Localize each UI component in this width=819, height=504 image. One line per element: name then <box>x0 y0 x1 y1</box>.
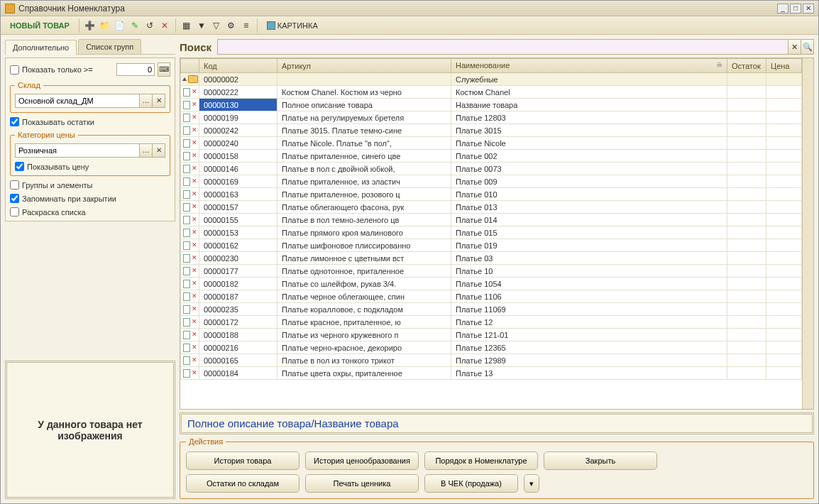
table-row[interactable]: 00000177 Платье однотонное, приталенное … <box>181 265 802 278</box>
settings-icon[interactable]: ⚙ <box>225 19 238 32</box>
actions-fieldset: Действия История товара История ценообра… <box>180 437 814 499</box>
table-row[interactable]: 00000163 Платье приталенное, розового ц … <box>181 188 802 201</box>
show-price-checkbox[interactable] <box>15 162 24 171</box>
coloring-label: Раскраска списка <box>22 208 86 217</box>
price-cat-combo[interactable]: … ✕ <box>15 143 165 158</box>
refresh-icon[interactable]: ↺ <box>143 19 156 32</box>
maximize-button[interactable]: □ <box>790 4 801 13</box>
list-icon[interactable]: ≡ <box>240 19 253 32</box>
table-row[interactable]: 00000172 Платье красное, приталенное, ю … <box>181 316 802 329</box>
table-row[interactable]: 00000230 Платье лимонное с цветными вст … <box>181 252 802 265</box>
table-row[interactable]: 00000002Служебные <box>181 73 802 86</box>
warehouse-fieldset: Склад … ✕ <box>10 81 170 113</box>
copy-icon[interactable]: 📄 <box>114 19 126 32</box>
col-balance[interactable]: Остаток <box>727 59 766 73</box>
table-row[interactable]: 00000157 Платье облегающего фасона, рук … <box>181 201 802 214</box>
table-row[interactable]: 00000155 Платье в пол темно-зеленого цв … <box>181 214 802 226</box>
table-row[interactable]: 00000199 Платье на регулируемых бретеля … <box>181 111 802 124</box>
funnel-icon[interactable]: ▼ <box>195 19 208 32</box>
table-row[interactable]: 00000162 Платье шифоновое плиссированно … <box>181 239 802 252</box>
search-input-wrap: ✕ 🔍 <box>217 39 814 55</box>
table-row[interactable]: 00000222 Костюм Chanel. Костюм из черно … <box>181 86 802 99</box>
window-title: Справочник Номенклатура <box>18 4 125 13</box>
show-balances-label: Показывать остатки <box>22 118 94 126</box>
show-only-gte-checkbox[interactable] <box>10 65 19 75</box>
price-history-button[interactable]: История ценообразования <box>305 451 419 470</box>
search-row: Поиск ✕ 🔍 <box>180 39 814 55</box>
table-row[interactable]: 00000130 Полное описание товара Название… <box>181 99 802 111</box>
titlebar: Справочник Номенклатура _ □ ✕ <box>1 1 818 16</box>
warehouse-legend: Склад <box>15 81 43 89</box>
edit-icon[interactable]: ✎ <box>128 19 141 32</box>
col-icon[interactable] <box>181 59 199 73</box>
order-in-nomenclature-button[interactable]: Порядок в Номенклатуре <box>424 451 538 470</box>
filter-panel: Показать только >= ⌨ Склад … ✕ Показыват… <box>5 57 175 221</box>
table-row[interactable]: 00000182 Платье со шлейфом, рукав 3/4. П… <box>181 278 802 290</box>
table-row[interactable]: 00000184 Платье цвета охры, приталенное … <box>181 367 802 380</box>
search-icon[interactable]: 🔍 <box>801 40 813 54</box>
main-window: Справочник Номенклатура _ □ ✕ НОВЫЙ ТОВА… <box>0 0 819 504</box>
to-check-button[interactable]: В ЧЕК (продажа) <box>424 474 518 493</box>
coloring-checkbox[interactable] <box>10 207 19 217</box>
price-category-fieldset: Категория цены … ✕ Показывать цену <box>10 131 170 176</box>
table-row[interactable]: 00000235 Платье коралловое, с подкладом … <box>181 303 802 316</box>
search-clear-icon[interactable]: ✕ <box>788 40 801 54</box>
sort-icon: ≞ <box>716 61 722 70</box>
table-row[interactable]: 00000169 Платье приталенное, из эластич … <box>181 175 802 188</box>
filter-icon[interactable]: ▦ <box>180 19 193 32</box>
col-article[interactable]: Артикул <box>277 59 451 73</box>
warehouse-input[interactable] <box>16 97 139 105</box>
table-row[interactable]: 00000242 Платье 3015. Платье темно-сине … <box>181 124 802 137</box>
show-only-gte-label: Показать только >= <box>22 65 93 74</box>
add-folder-icon[interactable]: 📁 <box>99 19 111 32</box>
tab-additional[interactable]: Дополнительно <box>5 40 77 55</box>
delete-icon[interactable]: ✕ <box>158 19 171 32</box>
app-icon <box>5 4 15 13</box>
grid-wrap: Код Артикул Наименование≞ Остаток Цена 0… <box>180 57 814 410</box>
to-check-dropdown-icon[interactable]: ▾ <box>524 474 539 493</box>
new-item-button[interactable]: НОВЫЙ ТОВАР <box>5 19 75 32</box>
remember-on-close-checkbox[interactable] <box>10 194 19 203</box>
left-pane: Дополнительно Список групп Показать толь… <box>5 39 175 499</box>
detail-title: Полное описание товара/Название товара <box>180 412 814 434</box>
groups-elements-label: Группы и элементы <box>22 181 93 190</box>
table-row[interactable]: 00000240 Платье Nicole. Платье "в пол", … <box>181 137 802 150</box>
table-row[interactable]: 00000153 Платье прямого кроя малинового … <box>181 226 802 239</box>
table-row[interactable]: 00000165 Платье в пол из тонкого трикот … <box>181 354 802 367</box>
picture-icon <box>267 21 275 30</box>
warehouse-clear-icon[interactable]: ✕ <box>152 94 165 107</box>
table-row[interactable]: 00000216 Платье черно-красное, декориро … <box>181 341 802 354</box>
item-history-button[interactable]: История товара <box>186 451 299 470</box>
side-tabs: Дополнительно Список групп <box>5 39 175 55</box>
price-cat-clear-icon[interactable]: ✕ <box>152 144 165 157</box>
calc-icon[interactable]: ⌨ <box>158 63 170 76</box>
print-price-tag-button[interactable]: Печать ценника <box>305 474 419 493</box>
table-row[interactable]: 00000187 Платье черное облегающее, спин … <box>181 290 802 303</box>
warehouse-combo[interactable]: … ✕ <box>15 94 165 108</box>
minimize-button[interactable]: _ <box>777 4 788 13</box>
col-code[interactable]: Код <box>199 59 277 73</box>
close-button[interactable]: ✕ <box>803 4 814 13</box>
show-only-value-input[interactable] <box>116 63 155 76</box>
show-balances-checkbox[interactable] <box>10 117 19 126</box>
price-cat-legend: Категория цены <box>15 131 78 139</box>
add-icon[interactable]: ➕ <box>84 19 97 32</box>
table-row[interactable]: 00000188 Платье из черного кружевного п … <box>181 329 802 341</box>
price-cat-input[interactable] <box>16 146 139 155</box>
price-cat-select-icon[interactable]: … <box>139 144 152 157</box>
search-input[interactable] <box>218 42 788 52</box>
close-action-button[interactable]: Закрыть <box>544 451 657 470</box>
groups-elements-checkbox[interactable] <box>10 180 19 190</box>
col-name[interactable]: Наименование≞ <box>451 59 727 73</box>
warehouse-select-icon[interactable]: … <box>139 94 152 107</box>
picture-button[interactable]: КАРТИНКА <box>262 19 323 32</box>
col-price[interactable]: Цена <box>766 59 802 73</box>
table-row[interactable]: 00000146 Платье в пол с двойной юбкой, П… <box>181 163 802 175</box>
search-label: Поиск <box>180 41 211 53</box>
funnel-off-icon[interactable]: ▽ <box>210 19 223 32</box>
items-grid[interactable]: Код Артикул Наименование≞ Остаток Цена 0… <box>180 58 802 409</box>
grid-scrollbar[interactable] <box>802 58 813 409</box>
stock-by-warehouse-button[interactable]: Остатки по складам <box>186 474 299 493</box>
tab-groups-list[interactable]: Список групп <box>78 39 141 54</box>
table-row[interactable]: 00000158 Платье приталенное, синего цве … <box>181 150 802 163</box>
